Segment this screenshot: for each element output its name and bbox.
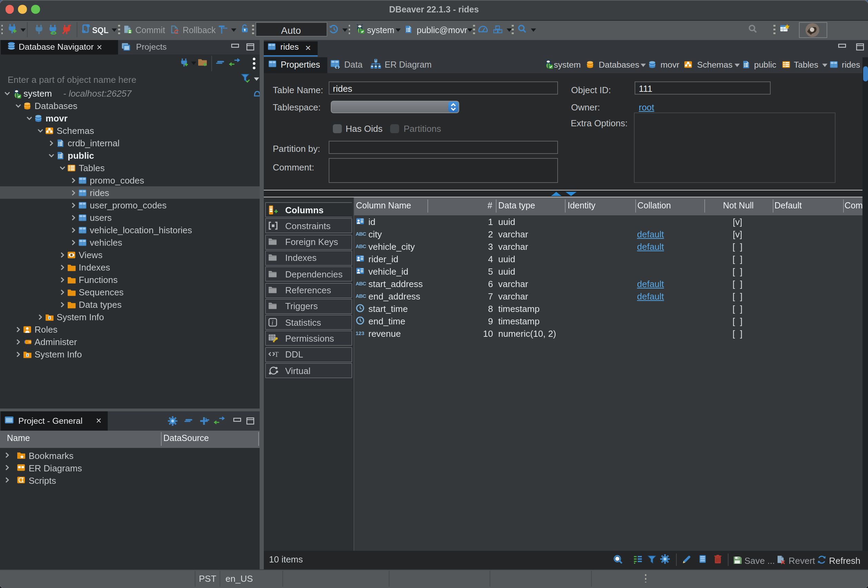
svg-text:ABC: ABC [355, 280, 366, 286]
svg-text:ABC: ABC [355, 243, 366, 249]
svg-text:T: T [275, 351, 279, 358]
svg-text:ABC: ABC [355, 231, 366, 237]
svg-text:i: i [272, 318, 273, 326]
svg-text:123: 123 [355, 330, 364, 336]
svg-text:ABC: ABC [355, 293, 366, 299]
